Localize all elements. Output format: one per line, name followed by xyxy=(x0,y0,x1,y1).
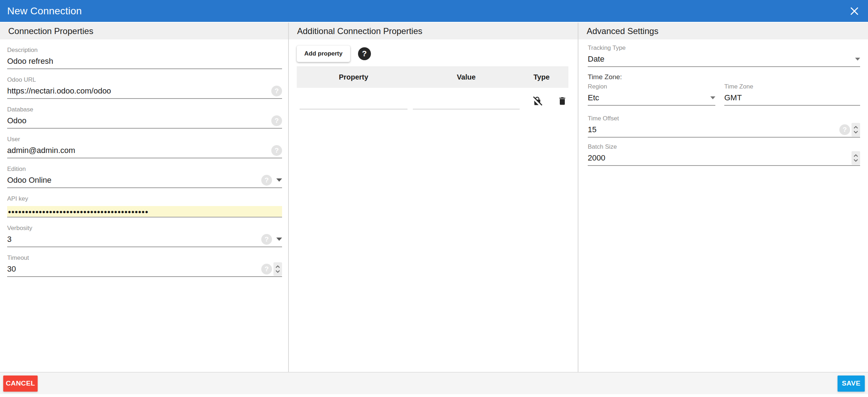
user-label: User xyxy=(7,136,282,143)
chevron-down-icon[interactable] xyxy=(855,58,860,61)
time-zone-label: Time Zone xyxy=(724,83,860,90)
api-key-label: API key xyxy=(7,195,282,202)
region-value: Etc xyxy=(588,93,706,102)
additional-properties-header: Additional Connection Properties xyxy=(289,23,578,39)
help-icon[interactable]: ? xyxy=(261,234,272,245)
tracking-type-label: Tracking Type xyxy=(588,44,860,52)
field-time-zone: Time Zone GMT xyxy=(724,83,860,106)
field-region: Region Etc xyxy=(588,83,715,106)
description-input[interactable]: Odoo refresh xyxy=(7,54,282,69)
field-user: User admin@admin.com ? xyxy=(7,129,282,158)
trash-icon xyxy=(557,96,567,106)
stepper-arrows-icon xyxy=(853,125,859,135)
verbosity-value: 3 xyxy=(7,235,261,244)
bottom-margin xyxy=(0,394,868,397)
timeout-input[interactable]: 30 ? xyxy=(7,262,282,277)
delete-row-button[interactable] xyxy=(557,96,568,106)
odoo-url-label: Odoo URL xyxy=(7,76,282,83)
api-key-masked-value: ●●●●●●●●●●●●●●●●●●●●●●●●●●●●●●●●●●●●●●●●… xyxy=(7,209,282,215)
user-input[interactable]: admin@admin.com ? xyxy=(7,143,282,158)
help-icon[interactable]: ? xyxy=(839,124,850,135)
new-connection-dialog: New Connection Connection Properties Des… xyxy=(0,0,868,397)
api-key-input[interactable]: ●●●●●●●●●●●●●●●●●●●●●●●●●●●●●●●●●●●●●●●●… xyxy=(7,206,282,217)
time-zone-value: GMT xyxy=(724,93,860,102)
number-stepper[interactable] xyxy=(852,151,860,165)
field-verbosity: Verbosity 3 ? xyxy=(7,217,282,247)
properties-table: Property Value Type xyxy=(297,66,568,114)
odoo-url-input[interactable]: https://nectari.odoo.com/odoo ? xyxy=(7,83,282,99)
stepper-arrows-icon xyxy=(275,264,281,274)
connection-properties-header: Connection Properties xyxy=(0,23,288,39)
verbosity-select[interactable]: 3 ? xyxy=(7,232,282,247)
chevron-down-icon[interactable] xyxy=(710,96,715,99)
help-icon[interactable]: ? xyxy=(271,86,282,96)
close-button[interactable] xyxy=(848,5,861,18)
help-icon-dark[interactable]: ? xyxy=(358,47,371,60)
chevron-down-icon[interactable] xyxy=(276,178,282,182)
odoo-url-value: https://nectari.odoo.com/odoo xyxy=(7,86,271,96)
help-icon[interactable]: ? xyxy=(261,264,272,274)
column-header-value: Value xyxy=(413,73,520,81)
region-label: Region xyxy=(588,83,715,90)
number-stepper[interactable] xyxy=(273,262,282,276)
dialog-titlebar: New Connection xyxy=(0,0,868,22)
field-database: Database Odoo ? xyxy=(7,99,282,129)
close-icon xyxy=(850,6,859,16)
column-header-type: Type xyxy=(522,73,561,81)
description-value: Odoo refresh xyxy=(7,57,282,66)
database-input[interactable]: Odoo ? xyxy=(7,113,282,129)
table-row xyxy=(297,88,568,114)
time-zone-input[interactable]: GMT xyxy=(724,90,860,106)
edition-select[interactable]: Odoo Online ? xyxy=(7,173,282,188)
region-select[interactable]: Etc xyxy=(588,90,715,106)
additional-properties-panel: Additional Connection Properties Add pro… xyxy=(289,23,578,372)
database-value: Odoo xyxy=(7,116,271,125)
time-offset-label: Time Offset xyxy=(588,115,860,122)
field-description: Description Odoo refresh xyxy=(7,39,282,69)
help-icon[interactable]: ? xyxy=(261,175,272,186)
tracking-type-select[interactable]: Date xyxy=(588,52,860,67)
add-property-button[interactable]: Add property xyxy=(297,46,350,62)
field-api-key: API key ●●●●●●●●●●●●●●●●●●●●●●●●●●●●●●●●… xyxy=(7,188,282,217)
field-timeout: Timeout 30 ? xyxy=(7,247,282,277)
edition-value: Odoo Online xyxy=(7,176,261,185)
property-name-input[interactable] xyxy=(300,98,407,109)
advanced-settings-header: Advanced Settings xyxy=(578,23,868,39)
chevron-down-icon[interactable] xyxy=(276,238,282,241)
database-label: Database xyxy=(7,106,282,113)
description-label: Description xyxy=(7,47,282,54)
batch-size-label: Batch Size xyxy=(588,143,860,150)
field-tracking-type: Tracking Type Date xyxy=(588,39,860,67)
batch-size-input[interactable]: 2000 xyxy=(588,150,860,166)
property-value-input[interactable] xyxy=(413,98,520,109)
advanced-settings-panel: Advanced Settings Tracking Type Date Tim… xyxy=(578,23,868,372)
number-stepper[interactable] xyxy=(852,123,860,137)
save-button[interactable]: SAVE xyxy=(838,376,865,392)
column-header-property: Property xyxy=(300,73,407,81)
properties-table-header: Property Value Type xyxy=(297,66,568,88)
dialog-footer: CANCEL SAVE xyxy=(0,372,868,394)
help-icon[interactable]: ? xyxy=(271,115,282,126)
time-offset-input[interactable]: 15 ? xyxy=(588,122,860,138)
edition-label: Edition xyxy=(7,166,282,173)
verbosity-label: Verbosity xyxy=(7,225,282,232)
dialog-title: New Connection xyxy=(7,5,82,17)
batch-size-value: 2000 xyxy=(588,153,850,163)
tracking-type-value: Date xyxy=(588,54,851,64)
connection-properties-panel: Connection Properties Description Odoo r… xyxy=(0,23,289,372)
label-off-icon xyxy=(532,96,543,106)
stepper-arrows-icon xyxy=(853,153,859,163)
field-edition: Edition Odoo Online ? xyxy=(7,158,282,188)
field-time-offset: Time Offset 15 ? xyxy=(588,106,860,138)
timeout-value: 30 xyxy=(7,264,261,274)
user-value: admin@admin.com xyxy=(7,146,271,155)
cancel-button[interactable]: CANCEL xyxy=(3,376,38,392)
help-icon[interactable]: ? xyxy=(271,145,282,156)
type-toggle-button[interactable] xyxy=(532,96,543,106)
timeout-label: Timeout xyxy=(7,254,282,262)
field-batch-size: Batch Size 2000 xyxy=(588,138,860,166)
time-zone-group-label: Time Zone: xyxy=(588,73,860,81)
field-odoo-url: Odoo URL https://nectari.odoo.com/odoo ? xyxy=(7,69,282,99)
time-offset-value: 15 xyxy=(588,125,839,134)
